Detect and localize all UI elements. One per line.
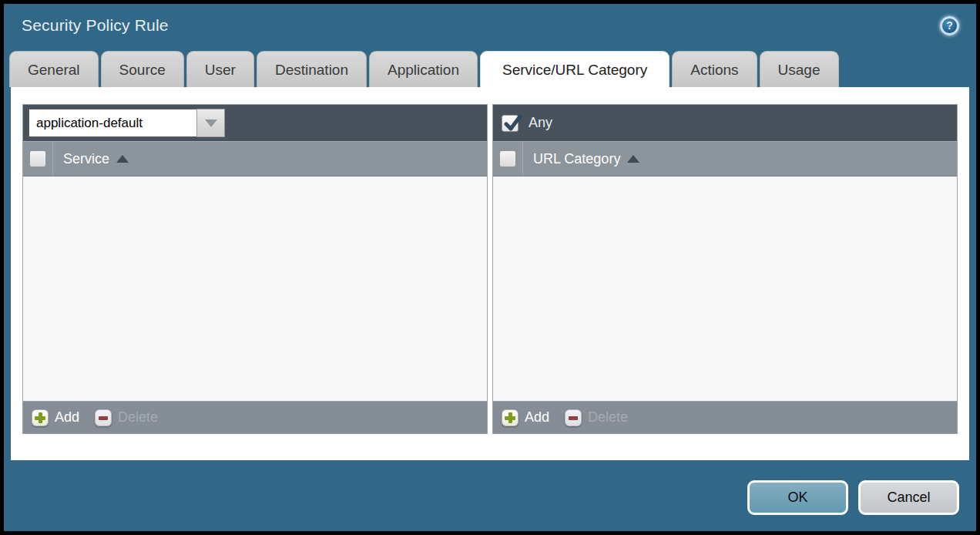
- plus-icon: [502, 409, 519, 426]
- minus-icon: [565, 409, 582, 426]
- service-type-dropdown-button[interactable]: [196, 109, 225, 137]
- url-category-toolbar: Any: [493, 105, 957, 141]
- sort-ascending-icon: [116, 155, 129, 163]
- any-label: Any: [529, 115, 552, 131]
- service-add-button[interactable]: Add: [32, 409, 79, 426]
- tab-user[interactable]: User: [186, 51, 254, 87]
- url-category-column-label: URL Category: [533, 151, 620, 167]
- service-type-dropdown-input[interactable]: [29, 109, 196, 137]
- any-row: Any: [498, 115, 552, 132]
- checkmark-icon: [503, 114, 523, 134]
- dialog-button-row: OK Cancel: [4, 480, 959, 515]
- tab-actions[interactable]: Actions: [672, 51, 757, 87]
- help-icon[interactable]: ?: [940, 16, 959, 35]
- security-policy-rule-dialog: Security Policy Rule ? General Source Us…: [4, 4, 976, 531]
- service-column-label: Service: [63, 151, 109, 167]
- tab-general[interactable]: General: [9, 51, 99, 87]
- tab-source[interactable]: Source: [101, 51, 184, 87]
- url-category-footer: Add Delete: [493, 401, 957, 433]
- service-column-header[interactable]: Service: [53, 142, 129, 176]
- service-table-header: Service: [23, 141, 487, 177]
- service-toolbar: [23, 105, 487, 141]
- url-category-delete-button[interactable]: Delete: [565, 409, 628, 426]
- sort-ascending-icon: [627, 155, 639, 163]
- tab-usage[interactable]: Usage: [760, 51, 839, 87]
- service-delete-label: Delete: [118, 409, 158, 426]
- service-type-dropdown: [29, 109, 225, 137]
- url-category-list-body[interactable]: [493, 177, 957, 401]
- service-add-label: Add: [55, 409, 79, 426]
- any-checkbox[interactable]: [502, 115, 519, 132]
- title-bar: Security Policy Rule ?: [4, 4, 976, 47]
- tab-service-url-category[interactable]: Service/URL Category: [480, 51, 670, 87]
- url-category-add-button[interactable]: Add: [502, 409, 549, 426]
- tab-destination[interactable]: Destination: [257, 51, 367, 87]
- url-category-table-header: URL Category: [493, 141, 957, 177]
- service-panel: Service Add Delete: [22, 104, 488, 434]
- url-category-add-label: Add: [525, 409, 549, 426]
- url-category-column-header[interactable]: URL Category: [523, 142, 639, 176]
- chevron-down-icon: [205, 119, 217, 127]
- service-footer: Add Delete: [23, 401, 487, 433]
- url-category-delete-label: Delete: [588, 409, 628, 426]
- url-category-panel: Any URL Category Add: [492, 104, 958, 434]
- url-category-select-all-cell: [493, 142, 523, 176]
- url-category-select-all-checkbox[interactable]: [499, 150, 516, 167]
- plus-icon: [32, 409, 49, 426]
- ok-button[interactable]: OK: [747, 480, 848, 515]
- cancel-button[interactable]: Cancel: [858, 480, 959, 515]
- minus-icon: [95, 409, 112, 426]
- tab-application[interactable]: Application: [369, 51, 478, 87]
- service-delete-button[interactable]: Delete: [95, 409, 158, 426]
- service-select-all-checkbox[interactable]: [29, 150, 46, 167]
- service-select-all-cell: [23, 142, 53, 176]
- tab-bar: General Source User Destination Applicat…: [4, 47, 976, 87]
- question-mark-glyph: ?: [946, 19, 953, 32]
- tab-content: Service Add Delete: [11, 87, 969, 460]
- dialog-title: Security Policy Rule: [22, 16, 169, 35]
- service-list-body[interactable]: [23, 177, 487, 401]
